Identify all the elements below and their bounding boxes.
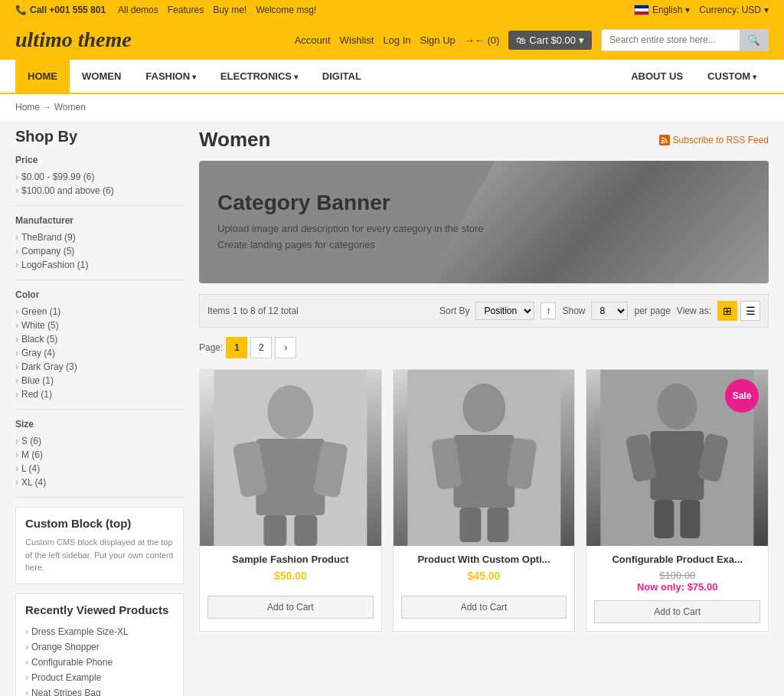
filter-item[interactable]: Red (1)	[15, 387, 184, 401]
filter-item[interactable]: S (6)	[15, 434, 184, 448]
grid-view-button[interactable]: ⊞	[717, 301, 737, 321]
filter-item[interactable]: White (5)	[15, 319, 184, 332]
cart-label: Cart $0.00	[529, 34, 576, 46]
rss-label: Subscribe to RSS Feed	[673, 135, 769, 145]
show-select[interactable]: 4 8 12 All	[591, 302, 628, 320]
filter-item[interactable]: LogoFashion (1)	[15, 258, 184, 272]
header: ultimo theme Account Wishlist Log In Sig…	[0, 20, 784, 60]
sort-by-label: Sort By	[439, 306, 469, 316]
buy-me-link[interactable]: Buy me!	[213, 5, 247, 15]
signup-link[interactable]: Sign Up	[420, 34, 456, 46]
flag-icon	[634, 5, 649, 15]
filter-item[interactable]: Green (1)	[15, 305, 184, 319]
phone-icon: 📞	[15, 5, 27, 15]
recently-item[interactable]: Neat Stripes Bag	[25, 685, 174, 697]
color-filter-title: Color	[15, 289, 184, 300]
recently-item[interactable]: Dress Example Size-XL	[25, 624, 174, 639]
size-filter-title: Size	[15, 419, 184, 430]
content-header: Women Subscribe to RSS Feed	[199, 128, 769, 152]
recently-item[interactable]: Configurable Phone	[25, 655, 174, 670]
svg-rect-7	[294, 515, 317, 546]
manufacturer-filter-title: Manufacturer	[15, 215, 184, 226]
features-link[interactable]: Features	[168, 5, 204, 15]
search-input[interactable]	[602, 30, 740, 51]
filter-item[interactable]: Black (5)	[15, 332, 184, 346]
svg-rect-21	[681, 500, 701, 538]
main-content: Women Subscribe to RSS Feed Category Ban…	[199, 128, 769, 696]
nav-home[interactable]: HOME	[15, 60, 70, 93]
all-demos-link[interactable]: All demos	[118, 5, 158, 15]
compare-button[interactable]: →← (0)	[465, 34, 500, 46]
product-name: Product With Custom Opti...	[401, 554, 567, 565]
top-links[interactable]: All demos Features Buy me! Welcome msg!	[118, 5, 316, 15]
login-link[interactable]: Log In	[383, 34, 410, 46]
product-image	[394, 370, 575, 546]
filter-item[interactable]: $0.00 - $99.99 (6)	[15, 170, 184, 184]
nav-fashion[interactable]: FASHION	[133, 60, 208, 93]
svg-rect-14	[487, 508, 508, 542]
add-to-cart-button[interactable]: Add to Cart	[207, 596, 374, 619]
rss-link[interactable]: Subscribe to RSS Feed	[659, 135, 769, 145]
page-2-button[interactable]: 2	[250, 337, 272, 358]
manufacturer-filter: Manufacturer TheBrand (9) Company (5) Lo…	[15, 215, 184, 280]
sort-direction-button[interactable]: ↑	[541, 302, 556, 319]
search-button[interactable]: 🔍	[740, 30, 768, 51]
breadcrumb-home[interactable]: Home	[15, 102, 40, 113]
svg-point-16	[658, 384, 697, 430]
nav-custom[interactable]: CUSTOM	[695, 60, 769, 93]
recently-item[interactable]: Product Example	[25, 670, 174, 685]
add-to-cart-button[interactable]: Add to Cart	[401, 596, 567, 619]
list-view-button[interactable]: ☰	[740, 301, 760, 321]
filter-item[interactable]: Gray (4)	[15, 346, 184, 360]
filter-item[interactable]: $100.00 and above (6)	[15, 184, 184, 198]
product-name: Configurable Product Exa...	[594, 554, 760, 565]
products-grid: Sample Fashion Product $50.00 Add to Car…	[199, 369, 769, 632]
sale-badge: Sale	[725, 379, 759, 413]
chevron-down-icon: ▾	[764, 5, 769, 15]
search-box: 🔍	[601, 29, 769, 51]
chevron-down-icon: ▾	[685, 5, 690, 15]
currency-label: Currency: USD	[699, 5, 761, 15]
filter-item[interactable]: XL (4)	[15, 475, 184, 489]
account-link[interactable]: Account	[295, 34, 331, 46]
top-bar-left: 📞 Call +001 555 801 All demos Features B…	[15, 5, 316, 15]
product-info: Sample Fashion Product $50.00	[200, 546, 381, 596]
page-1-button[interactable]: 1	[226, 337, 247, 358]
per-page-label: per page	[634, 306, 670, 316]
page-next-button[interactable]: ›	[275, 337, 296, 358]
filter-item[interactable]: L (4)	[15, 462, 184, 475]
breadcrumb: Home → Women	[0, 94, 784, 120]
nav-digital[interactable]: DIGITAL	[310, 60, 374, 93]
page-title: Women	[199, 128, 270, 152]
nav-women[interactable]: WOMEN	[70, 60, 133, 93]
items-count: Items 1 to 8 of 12 total	[207, 306, 433, 316]
language-selector[interactable]: English ▾	[634, 5, 690, 15]
logo[interactable]: ultimo theme	[15, 28, 132, 52]
filter-item[interactable]: TheBrand (9)	[15, 230, 184, 244]
breadcrumb-separator: →	[42, 102, 51, 113]
nav-about-us[interactable]: ABOUT US	[619, 60, 695, 93]
compare-label: →← (0)	[465, 34, 500, 46]
cart-button[interactable]: 🛍 Cart $0.00 ▾	[508, 31, 592, 50]
sort-by-select[interactable]: Position Name Price	[475, 302, 534, 320]
recently-item[interactable]: Orange Shopper	[25, 639, 174, 655]
banner-text-2: Create landing pages for categories	[217, 237, 484, 253]
phone-info: 📞 Call +001 555 801	[15, 5, 106, 15]
product-card: Sample Fashion Product $50.00 Add to Car…	[199, 369, 382, 632]
currency-selector[interactable]: Currency: USD ▾	[699, 5, 769, 15]
svg-point-0	[661, 141, 663, 143]
welcome-msg-link[interactable]: Welcome msg!	[256, 5, 316, 15]
filter-item[interactable]: Company (5)	[15, 244, 184, 258]
main-navigation: HOME WOMEN FASHION ELECTRONICS DIGITAL A…	[0, 60, 784, 94]
product-info: Product With Custom Opti... $45.00	[394, 546, 575, 596]
filter-item[interactable]: Blue (1)	[15, 374, 184, 387]
add-to-cart-button[interactable]: Add to Cart	[594, 600, 760, 623]
filter-item[interactable]: M (6)	[15, 448, 184, 462]
show-label: Show	[562, 306, 585, 316]
color-filter: Color Green (1) White (5) Black (5) Gray…	[15, 289, 184, 410]
filter-item[interactable]: Dark Gray (3)	[15, 360, 184, 374]
banner-title: Category Banner	[217, 191, 484, 215]
category-banner: Category Banner Upload image and descrip…	[199, 161, 769, 283]
wishlist-link[interactable]: Wishlist	[340, 34, 374, 46]
nav-electronics[interactable]: ELECTRONICS	[208, 60, 310, 93]
